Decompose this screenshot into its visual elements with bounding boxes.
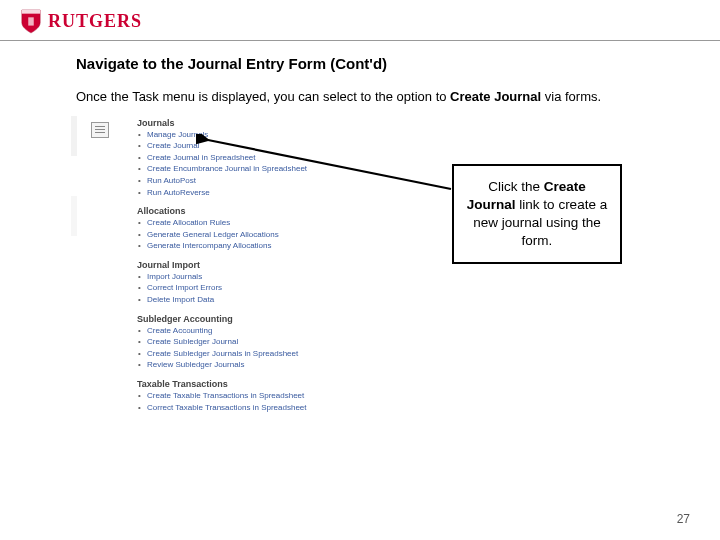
menu-item-link[interactable]: Create Journal in Spreadsheet	[137, 152, 376, 164]
intro-part-a: Once the Task menu is displayed, you can…	[76, 89, 450, 104]
task-menu-panel: JournalsManage JournalsCreate JournalCre…	[76, 116, 376, 414]
brand-name: RUTGERS	[48, 11, 142, 32]
menu-item-link[interactable]: Create Taxable Transactions in Spreadshe…	[137, 390, 376, 402]
page-title: Navigate to the Journal Entry Form (Cont…	[76, 55, 644, 72]
intro-text: Once the Task menu is displayed, you can…	[76, 88, 644, 106]
menu-item-link[interactable]: Generate Intercompany Allocations	[137, 240, 376, 252]
menu-item-link[interactable]: Create Journal	[137, 140, 376, 152]
menu-section-heading: Journal Import	[137, 260, 376, 270]
content: Navigate to the Journal Entry Form (Cont…	[0, 41, 720, 426]
menu-section-heading: Taxable Transactions	[137, 379, 376, 389]
menu-item-link[interactable]: Generate General Ledger Allocations	[137, 229, 376, 241]
svg-rect-0	[28, 17, 34, 25]
menu-item-link[interactable]: Run AutoReverse	[137, 187, 376, 199]
panel-left-strip	[71, 116, 77, 414]
menu-section-heading: Subledger Accounting	[137, 314, 376, 324]
menu-item-link[interactable]: Delete Import Data	[137, 294, 376, 306]
menu-item-link[interactable]: Manage Journals	[137, 129, 376, 141]
intro-part-c: via forms.	[541, 89, 601, 104]
callout-box: Click the Create Journal link to create …	[452, 164, 622, 265]
menu-item-link[interactable]: Run AutoPost	[137, 175, 376, 187]
menu-section-heading: Journals	[137, 118, 376, 128]
callout-t1: Click the	[488, 179, 544, 194]
menu-item-link[interactable]: Create Subledger Journal	[137, 336, 376, 348]
menu-item-link[interactable]: Create Subledger Journals in Spreadsheet	[137, 348, 376, 360]
menu-section-heading: Allocations	[137, 206, 376, 216]
menu-item-link[interactable]: Correct Taxable Transactions in Spreadsh…	[137, 402, 376, 414]
rutgers-shield-icon	[20, 8, 42, 34]
menu-item-link[interactable]: Create Allocation Rules	[137, 217, 376, 229]
menu-content: JournalsManage JournalsCreate JournalCre…	[83, 116, 376, 414]
page-number: 27	[677, 512, 690, 526]
menu-item-link[interactable]: Create Accounting	[137, 325, 376, 337]
menu-item-link[interactable]: Correct Import Errors	[137, 282, 376, 294]
menu-item-link[interactable]: Create Encumbrance Journal in Spreadshee…	[137, 163, 376, 175]
menu-item-link[interactable]: Import Journals	[137, 271, 376, 283]
menu-item-link[interactable]: Review Subledger Journals	[137, 359, 376, 371]
header: RUTGERS	[0, 0, 720, 41]
screenshot-region: JournalsManage JournalsCreate JournalCre…	[76, 116, 636, 426]
intro-part-bold: Create Journal	[450, 89, 541, 104]
